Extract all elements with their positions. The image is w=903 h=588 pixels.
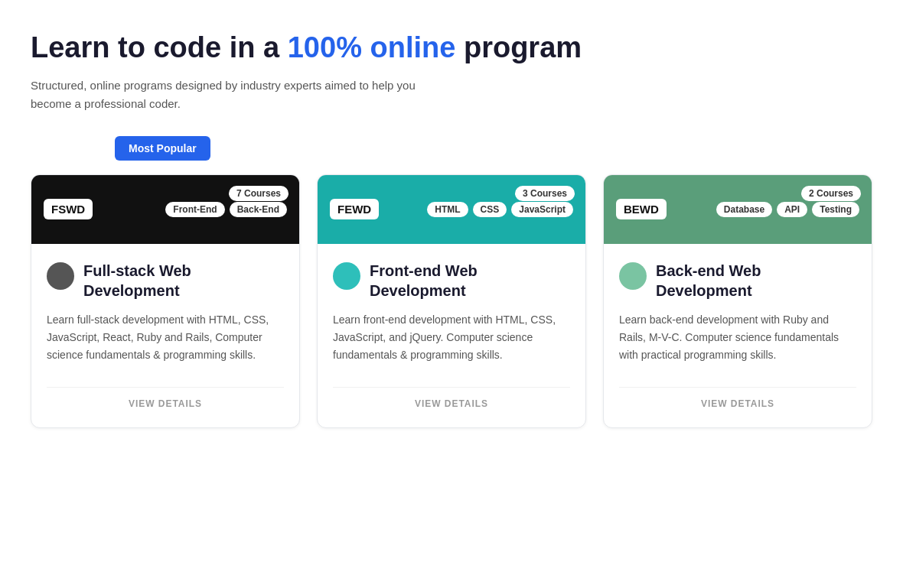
tag-testing: Testing — [812, 202, 859, 217]
courses-badge-fswd: 7 Courses — [229, 186, 289, 201]
card-header-fewd: 3 Courses FEWD HTMLCSSJavaScript — [318, 175, 585, 244]
courses-badge-bewd: 2 Courses — [801, 186, 861, 201]
card-title-fswd: Full-stack Web Development — [83, 261, 284, 300]
dot-icon-fswd — [47, 262, 74, 290]
tag-list-bewd: DatabaseAPITesting — [716, 202, 859, 217]
dot-icon-bewd — [619, 262, 647, 290]
tag-css: CSS — [473, 202, 507, 217]
card-header-fswd: 7 Courses FSWD Front-EndBack-End — [31, 175, 299, 244]
header-left-fswd: FSWD — [44, 199, 93, 219]
tag-api: API — [777, 202, 807, 217]
hero-title-text1: Learn to code in a — [31, 31, 288, 63]
header-left-bewd: BEWD — [616, 199, 667, 219]
view-details-button-fswd[interactable]: VIEW DETAILS — [47, 387, 284, 418]
hero-subtitle: Structured, online programs designed by … — [31, 76, 429, 113]
header-left-fewd: FEWD — [330, 199, 379, 219]
courses-badge-fewd: 3 Courses — [515, 186, 575, 201]
abbr-badge-fewd: FEWD — [330, 199, 379, 219]
tag-back-end: Back-End — [230, 202, 287, 217]
card-desc-fswd: Learn full-stack development with HTML, … — [47, 311, 284, 364]
dot-icon-fewd — [333, 262, 360, 290]
tag-list-fewd: HTMLCSSJavaScript — [427, 202, 573, 217]
tag-list-fswd: Front-EndBack-End — [165, 202, 287, 217]
abbr-badge-fswd: FSWD — [44, 199, 93, 219]
abbr-badge-bewd: BEWD — [616, 199, 667, 219]
hero-title-highlight: 100% online — [288, 31, 456, 63]
hero-title-text2: program — [455, 31, 582, 63]
card-bewd: 2 Courses BEWD DatabaseAPITesting Back-e… — [603, 174, 872, 428]
card-desc-bewd: Learn back-end development with Ruby and… — [619, 311, 856, 364]
view-details-button-bewd[interactable]: VIEW DETAILS — [619, 387, 856, 418]
card-title-fewd: Front-end Web Development — [370, 261, 570, 300]
card-title-row-fewd: Front-end Web Development — [333, 261, 570, 300]
tag-html: HTML — [427, 202, 468, 217]
card-title-row-fswd: Full-stack Web Development — [47, 261, 284, 300]
card-fswd: 7 Courses FSWD Front-EndBack-End Full-st… — [31, 174, 300, 428]
most-popular-button[interactable]: Most Popular — [115, 136, 210, 161]
hero-title: Learn to code in a 100% online program — [31, 31, 872, 66]
card-fewd: 3 Courses FEWD HTMLCSSJavaScript Front-e… — [317, 174, 586, 428]
tag-front-end: Front-End — [165, 202, 224, 217]
card-body-bewd: Back-end Web Development Learn back-end … — [604, 244, 872, 427]
tag-database: Database — [716, 202, 772, 217]
card-title-row-bewd: Back-end Web Development — [619, 261, 856, 300]
view-details-button-fewd[interactable]: VIEW DETAILS — [333, 387, 570, 418]
card-body-fewd: Front-end Web Development Learn front-en… — [318, 244, 585, 427]
cards-row: 7 Courses FSWD Front-EndBack-End Full-st… — [31, 174, 872, 428]
tag-javascript: JavaScript — [511, 202, 573, 217]
card-header-bewd: 2 Courses BEWD DatabaseAPITesting — [604, 175, 872, 244]
card-body-fswd: Full-stack Web Development Learn full-st… — [31, 244, 299, 427]
card-title-bewd: Back-end Web Development — [656, 261, 856, 300]
card-desc-fewd: Learn front-end development with HTML, C… — [333, 311, 570, 364]
